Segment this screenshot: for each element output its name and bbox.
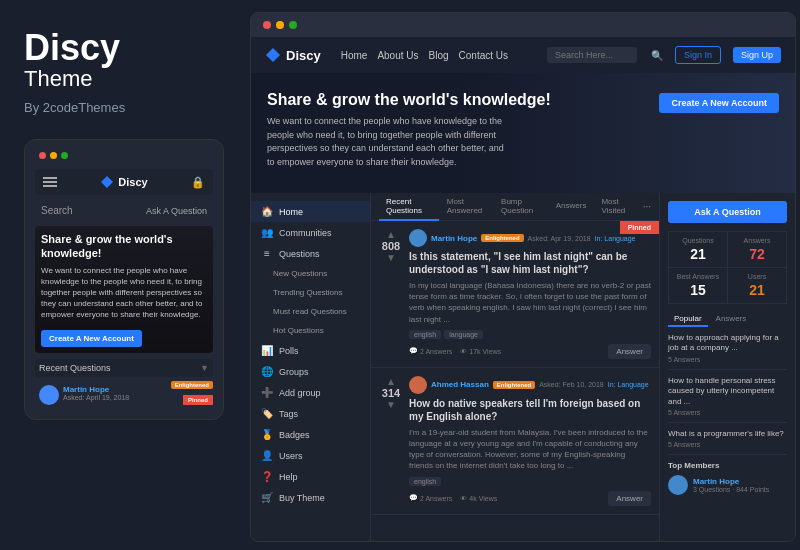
questions-tabs: Recent Questions Most Answered Bump Ques… <box>371 193 659 221</box>
questions-icon: ≡ <box>261 248 273 259</box>
questions-area: Recent Questions Most Answered Bump Ques… <box>371 193 660 542</box>
nav-search-input[interactable] <box>547 47 637 63</box>
popular-tab-answers[interactable]: Answers <box>710 312 753 327</box>
top-member-1-name[interactable]: Martin Hope <box>693 477 787 486</box>
q1-vote-up-icon[interactable]: ▲ <box>386 229 396 240</box>
sidebar-item-addgroup[interactable]: ➕ Add group <box>251 382 370 403</box>
popular-question-1: How to approach applying for a job at a … <box>668 333 787 370</box>
sidebar-item-help[interactable]: ❓ Help <box>251 466 370 487</box>
sidebar-item-badges[interactable]: 🏅 Badges <box>251 424 370 445</box>
q2-views-icon: 👁 <box>460 495 467 502</box>
tab-most-answered[interactable]: Most Answered <box>440 193 493 221</box>
q1-vote-count: 808 <box>382 240 400 252</box>
top-member-1: Martin Hope 3 Questions · 844 Points <box>668 475 787 495</box>
mobile-ask-btn[interactable]: Ask A Question <box>146 206 207 216</box>
tab-more-icon[interactable]: ··· <box>643 201 651 212</box>
buytheme-icon: 🛒 <box>261 492 273 503</box>
sidebar-item-mustread[interactable]: Must read Questions <box>251 302 370 321</box>
sidebar-item-users[interactable]: 👤 Users <box>251 445 370 466</box>
desktop-dot-yellow <box>276 21 284 29</box>
q2-vote-down-icon[interactable]: ▼ <box>386 399 396 410</box>
stat-users: Users 21 <box>728 268 786 303</box>
brand-by: By 2codeThemes <box>24 100 221 115</box>
polls-icon: 📊 <box>261 345 273 356</box>
stats-grid: Questions 21 Answers 72 Best Answers 15 … <box>668 231 787 304</box>
stat-questions-value: 21 <box>675 246 721 262</box>
mobile-dot-green <box>61 152 68 159</box>
sidebar-item-questions[interactable]: ≡ Questions <box>251 243 370 264</box>
q1-avatar <box>409 229 427 247</box>
tab-bump-question[interactable]: Bump Question <box>494 193 548 221</box>
top-member-1-avatar <box>668 475 688 495</box>
stat-best-answers-label: Best Answers <box>675 273 721 280</box>
popular-q1-title[interactable]: How to approach applying for a job at a … <box>668 333 787 354</box>
svg-marker-0 <box>101 176 113 188</box>
nav-link-home[interactable]: Home <box>341 50 368 61</box>
sidebar-item-buytheme[interactable]: 🛒 Buy Theme <box>251 487 370 508</box>
sidebar-item-hot[interactable]: Hot Questions <box>251 321 370 340</box>
brand-subtitle: Theme <box>24 66 221 92</box>
popular-q1-answers: 5 Answers <box>668 356 787 363</box>
q1-views-stat: 👁 17k Views <box>460 348 501 355</box>
nav-link-contact[interactable]: Contact Us <box>459 50 508 61</box>
mobile-q-avatar <box>39 385 59 405</box>
q2-vote-up-icon[interactable]: ▲ <box>386 376 396 387</box>
q1-answer-button[interactable]: Answer <box>608 344 651 359</box>
q2-tag-english[interactable]: english <box>409 477 441 486</box>
tab-answers[interactable]: Answers <box>549 197 594 216</box>
desktop-navbar: Discy Home About Us Blog Contact Us 🔍 Si… <box>251 37 795 73</box>
nav-signup-button[interactable]: Sign Up <box>733 47 781 63</box>
hero-cta-button[interactable]: Create A New Account <box>659 93 779 113</box>
mobile-mockup: Discy 🔒 Search Ask A Question Share & gr… <box>24 139 224 420</box>
sidebar-item-trending-label: Trending Questions <box>273 288 343 297</box>
lock-icon: 🔒 <box>191 176 205 189</box>
sidebar-item-trending[interactable]: Trending Questions <box>251 283 370 302</box>
popular-tab-popular[interactable]: Popular <box>668 312 708 327</box>
q2-excerpt: I'm a 19-year-old student from Malaysia.… <box>409 427 651 472</box>
nav-links: Home About Us Blog Contact Us <box>341 50 535 61</box>
q2-title[interactable]: How do native speakers tell I'm foreign … <box>409 397 651 423</box>
nav-search-icon: 🔍 <box>651 50 663 61</box>
q1-meta: Martin Hope Enlightened Asked: Apr 19, 2… <box>409 229 651 247</box>
ask-question-button[interactable]: Ask A Question <box>668 201 787 223</box>
question-card-1: Pinned ▲ 808 ▼ Martin Hope Enlightened A… <box>371 221 659 368</box>
q1-title[interactable]: Is this statement, "I see him last night… <box>409 250 651 276</box>
q1-lang: In: Language <box>595 235 636 242</box>
q1-tag-language[interactable]: language <box>444 330 483 339</box>
hamburger-icon[interactable] <box>43 177 57 187</box>
q1-vote-down-icon[interactable]: ▼ <box>386 252 396 263</box>
mobile-recent-label: Recent Questions <box>39 363 111 373</box>
sidebar-item-communities[interactable]: 👥 Communities <box>251 222 370 243</box>
question-card-2: ▲ 314 ▼ Ahmed Hassan Enlightened Asked: … <box>371 368 659 515</box>
mobile-search-text[interactable]: Search <box>41 205 73 216</box>
sidebar-item-home[interactable]: 🏠 Home <box>251 201 370 222</box>
mobile-hero-text: We want to connect the people who have k… <box>41 265 207 321</box>
q2-tags: english <box>409 477 651 486</box>
mobile-hero-section: Share & grow the world's knowledge! We w… <box>35 226 213 353</box>
q1-tag-english[interactable]: english <box>409 330 441 339</box>
q2-votes: ▲ 314 ▼ <box>379 376 403 506</box>
popular-q3-title[interactable]: What is a programmer's life like? <box>668 429 787 439</box>
mobile-cta-button[interactable]: Create A New Account <box>41 330 142 347</box>
stat-questions: Questions 21 <box>669 232 727 267</box>
nav-link-about[interactable]: About Us <box>377 50 418 61</box>
nav-link-blog[interactable]: Blog <box>429 50 449 61</box>
sidebar-item-polls[interactable]: 📊 Polls <box>251 340 370 361</box>
tab-recent-questions[interactable]: Recent Questions <box>379 193 439 221</box>
mobile-recent-arrow-icon: ▼ <box>200 363 209 373</box>
groups-icon: 🌐 <box>261 366 273 377</box>
sidebar-item-tags[interactable]: 🏷️ Tags <box>251 403 370 424</box>
q2-answer-button[interactable]: Answer <box>608 491 651 506</box>
q1-excerpt: In my local language (Bahasa Indonesia) … <box>409 280 651 325</box>
sidebar-item-buytheme-label: Buy Theme <box>279 493 325 503</box>
nav-signin-button[interactable]: Sign In <box>675 46 721 64</box>
q1-body: Martin Hope Enlightened Asked: Apr 19, 2… <box>409 229 651 359</box>
tab-most-visited[interactable]: Most Visited <box>594 193 639 221</box>
popular-q2-title[interactable]: How to handle personal stress caused by … <box>668 376 787 407</box>
stat-questions-label: Questions <box>675 237 721 244</box>
sidebar-item-groups[interactable]: 🌐 Groups <box>251 361 370 382</box>
mobile-recent-questions[interactable]: Recent Questions ▼ <box>35 359 213 377</box>
sidebar-item-new-questions[interactable]: New Questions <box>251 264 370 283</box>
brand-title: Discy <box>24 30 221 66</box>
q2-asked: Asked: Feb 10, 2018 <box>539 381 604 388</box>
